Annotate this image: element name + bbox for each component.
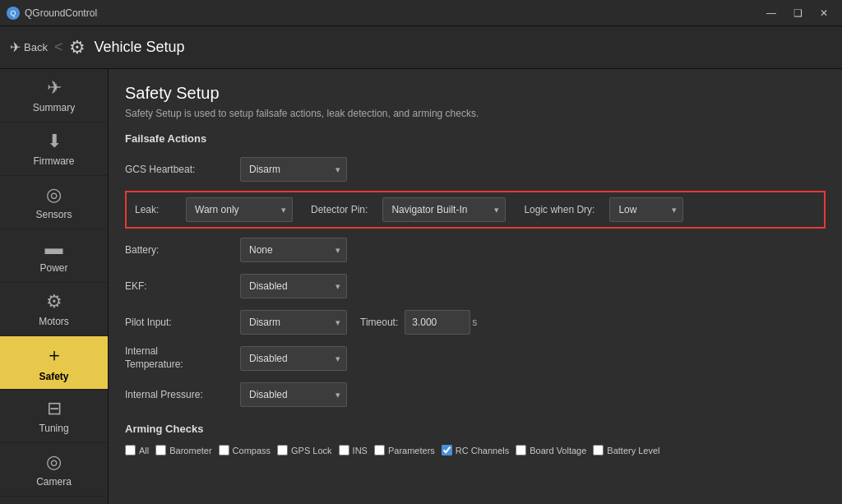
cb-ins-label: INS bbox=[353, 446, 368, 455]
camera-icon: ◎ bbox=[46, 451, 62, 473]
pilot-input-dropdown[interactable]: Disarm Warn only Disabled bbox=[240, 310, 347, 335]
pilot-input-label: Pilot Input: bbox=[125, 317, 240, 328]
title-bar-left: Q QGroundControl bbox=[7, 7, 97, 20]
sidebar-item-camera[interactable]: ◎ Camera bbox=[0, 443, 108, 497]
cb-all-input[interactable] bbox=[125, 445, 136, 455]
gear-icon: ⚙ bbox=[69, 37, 86, 58]
arming-section: Arming Checks All Barometer Compass GPS … bbox=[125, 423, 826, 455]
cb-ins-input[interactable] bbox=[339, 445, 349, 455]
cb-gps-lock: GPS Lock bbox=[277, 445, 332, 455]
sidebar-label-power: Power bbox=[39, 262, 67, 274]
sidebar-label-camera: Camera bbox=[36, 476, 72, 488]
cb-rc-channels-input[interactable] bbox=[442, 445, 452, 455]
cb-barometer: Barometer bbox=[155, 445, 211, 455]
title-bar: Q QGroundControl — ❑ ✕ bbox=[0, 0, 842, 26]
ekf-dropdown-wrap: Disabled Warn only Disarm bbox=[240, 274, 347, 298]
timeout-label: Timeout: bbox=[360, 317, 398, 328]
cb-battery-level-label: Battery Level bbox=[607, 446, 659, 455]
cb-gps-lock-input[interactable] bbox=[277, 445, 288, 455]
detector-pin-dropdown[interactable]: Navigator Built-In None bbox=[382, 197, 506, 222]
cb-parameters-input[interactable] bbox=[374, 445, 385, 455]
sidebar-item-safety[interactable]: ＋ Safety ◀ bbox=[0, 336, 108, 390]
nav-title-section: ⚙ Vehicle Setup bbox=[69, 37, 184, 58]
sidebar-item-lights[interactable]: ◁ Lights bbox=[0, 497, 108, 504]
content-area: Safety Setup Safety Setup is used to set… bbox=[109, 69, 842, 504]
gcs-heartbeat-row: GCS Heartbeat: Disarm Warn only Disabled bbox=[125, 155, 826, 184]
leak-dropdown[interactable]: Warn only Disarm Disabled bbox=[186, 197, 293, 222]
logic-when-dry-label: Logic when Dry: bbox=[524, 204, 594, 215]
cb-board-voltage: Board Voltage bbox=[516, 445, 586, 455]
logic-when-dry-dropdown[interactable]: Low High bbox=[609, 197, 683, 222]
maximize-button[interactable]: ❑ bbox=[786, 5, 809, 21]
detector-pin-label: Detector Pin: bbox=[311, 204, 368, 215]
battery-row: Battery: None Disarm Warn only bbox=[125, 235, 826, 265]
battery-label: Battery: bbox=[125, 244, 240, 256]
sidebar-item-firmware[interactable]: ⬇ Firmware bbox=[0, 123, 108, 176]
failsafe-section-title: Failsafe Actions bbox=[125, 132, 826, 145]
leak-label: Leak: bbox=[135, 204, 176, 215]
cb-all: All bbox=[125, 445, 149, 455]
cb-compass-input[interactable] bbox=[219, 445, 229, 455]
ekf-row: EKF: Disabled Warn only Disarm bbox=[125, 271, 826, 301]
sidebar-item-tuning[interactable]: ⊟ Tuning bbox=[0, 390, 108, 443]
timeout-input[interactable] bbox=[405, 310, 470, 335]
window-controls: — ❑ ✕ bbox=[760, 5, 835, 21]
sidebar-item-power[interactable]: ▬ Power bbox=[0, 229, 108, 283]
logic-when-dry-dropdown-wrap: Low High bbox=[609, 197, 683, 222]
cb-gps-lock-label: GPS Lock bbox=[291, 446, 332, 455]
cb-board-voltage-input[interactable] bbox=[516, 445, 526, 455]
arming-checks-row: All Barometer Compass GPS Lock INS bbox=[125, 445, 826, 455]
cb-rc-channels: RC Channels bbox=[442, 445, 509, 455]
internal-temp-dropdown[interactable]: Disabled Warn only Disarm bbox=[240, 346, 347, 371]
internal-temp-row: InternalTemperature: Disabled Warn only … bbox=[125, 344, 826, 373]
tuning-icon: ⊟ bbox=[47, 398, 62, 419]
page-title-header: Vehicle Setup bbox=[94, 39, 184, 56]
cb-compass: Compass bbox=[219, 445, 271, 455]
main-layout: ✈ Summary ⬇ Firmware ◎ Sensors ▬ Power ⚙… bbox=[0, 69, 842, 504]
cb-battery-level-input[interactable] bbox=[593, 445, 604, 455]
internal-pressure-row: Internal Pressure: Disabled Warn only Di… bbox=[125, 380, 826, 409]
sidebar-item-motors[interactable]: ⚙ Motors bbox=[0, 283, 108, 336]
gcs-heartbeat-dropdown-wrap: Disarm Warn only Disabled bbox=[240, 157, 347, 182]
cb-barometer-input[interactable] bbox=[155, 445, 166, 455]
ekf-dropdown[interactable]: Disabled Warn only Disarm bbox=[240, 274, 347, 298]
summary-icon: ✈ bbox=[47, 77, 62, 99]
cb-parameters: Parameters bbox=[374, 445, 435, 455]
sidebar-item-summary[interactable]: ✈ Summary bbox=[0, 69, 108, 123]
arming-section-title: Arming Checks bbox=[125, 423, 826, 435]
internal-pressure-dropdown[interactable]: Disabled Warn only Disarm bbox=[240, 382, 347, 407]
back-button[interactable]: ✈ Back bbox=[10, 39, 48, 55]
timeout-unit: s bbox=[472, 317, 477, 328]
ekf-label: EKF: bbox=[125, 280, 240, 292]
cb-battery-level: Battery Level bbox=[593, 445, 659, 455]
sidebar-label-summary: Summary bbox=[33, 102, 75, 113]
app-icon: Q bbox=[7, 7, 20, 20]
cb-board-voltage-label: Board Voltage bbox=[530, 446, 586, 455]
power-icon: ▬ bbox=[45, 238, 63, 259]
battery-dropdown[interactable]: None Disarm Warn only bbox=[240, 238, 347, 262]
detector-pin-dropdown-wrap: Navigator Built-In None bbox=[382, 197, 506, 222]
pilot-input-dropdown-wrap: Disarm Warn only Disabled bbox=[240, 310, 347, 335]
back-label: Back bbox=[24, 41, 48, 53]
sidebar-label-firmware: Firmware bbox=[34, 155, 75, 167]
sidebar-item-sensors[interactable]: ◎ Sensors bbox=[0, 176, 108, 229]
sensors-icon: ◎ bbox=[46, 184, 62, 206]
sidebar: ✈ Summary ⬇ Firmware ◎ Sensors ▬ Power ⚙… bbox=[0, 69, 109, 504]
internal-pressure-label: Internal Pressure: bbox=[125, 389, 240, 400]
content-page-title: Safety Setup bbox=[125, 84, 826, 103]
back-arrow-icon: ✈ bbox=[10, 39, 21, 55]
internal-temp-label: InternalTemperature: bbox=[125, 345, 240, 371]
gcs-heartbeat-dropdown[interactable]: Disarm Warn only Disabled bbox=[240, 157, 347, 182]
gcs-heartbeat-label: GCS Heartbeat: bbox=[125, 164, 240, 175]
sidebar-label-tuning: Tuning bbox=[39, 423, 68, 434]
content-page-subtitle: Safety Setup is used to setup failsafe a… bbox=[125, 108, 826, 119]
app-title: QGroundControl bbox=[25, 7, 97, 19]
internal-temp-dropdown-wrap: Disabled Warn only Disarm bbox=[240, 346, 347, 371]
sidebar-label-motors: Motors bbox=[39, 316, 69, 327]
firmware-icon: ⬇ bbox=[47, 131, 62, 152]
minimize-button[interactable]: — bbox=[760, 5, 783, 21]
leak-row: Leak: Warn only Disarm Disabled Detector… bbox=[125, 191, 826, 229]
sidebar-label-sensors: Sensors bbox=[35, 209, 72, 220]
cb-rc-channels-label: RC Channels bbox=[456, 446, 509, 455]
close-button[interactable]: ✕ bbox=[812, 5, 835, 21]
